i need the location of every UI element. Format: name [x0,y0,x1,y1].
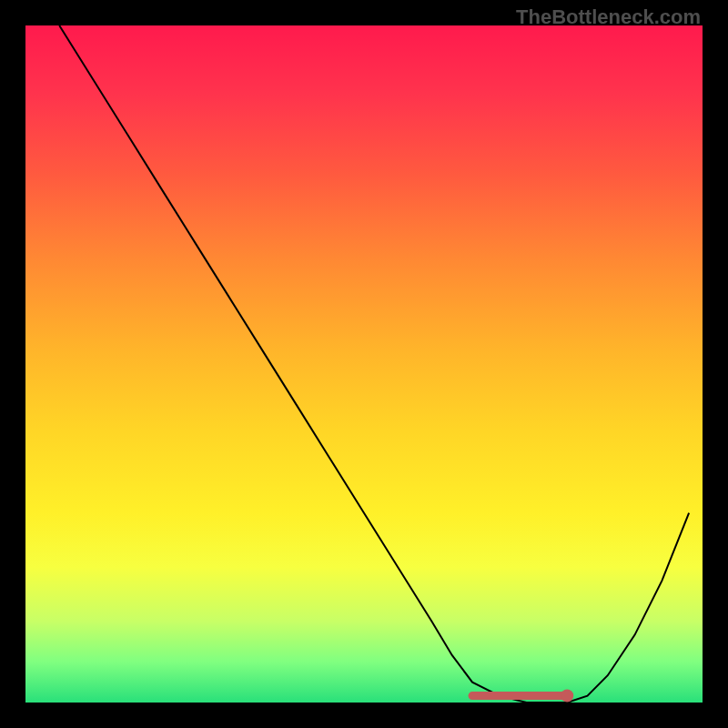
chart-container: TheBottleneck.com [0,0,728,728]
curve-svg [25,25,703,703]
plot-area [25,25,703,703]
bottleneck-curve-path [59,25,689,703]
end-dot [561,690,573,703]
